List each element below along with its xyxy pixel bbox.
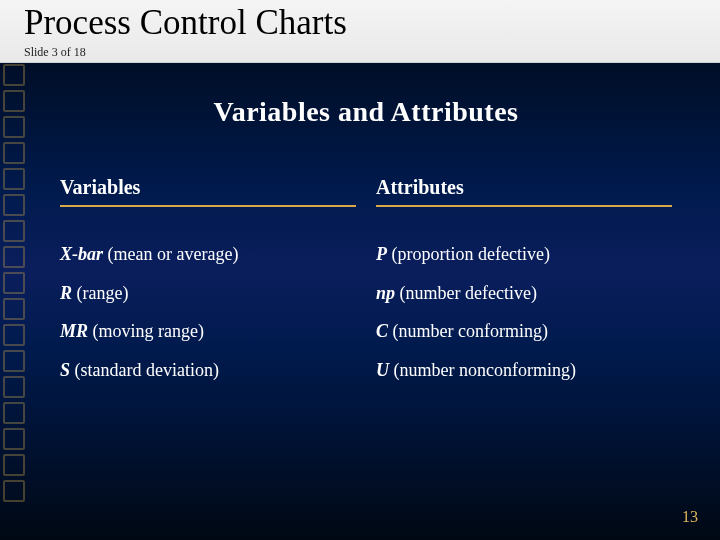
page-title: Process Control Charts [24,4,714,43]
column-heading-variables: Variables [60,176,356,207]
list-item: S (standard deviation) [60,359,356,382]
header-bar: Process Control Charts Slide 3 of 18 [0,0,720,63]
column-heading-attributes: Attributes [376,176,672,207]
list-item: np (number defective) [376,282,672,305]
list-item: MR (moving range) [60,320,356,343]
list-item: R (range) [60,282,356,305]
column-attributes: Attributes P (proportion defective) np (… [376,176,672,397]
list-item: P (proportion defective) [376,243,672,266]
slide-counter: Slide 3 of 18 [24,45,714,60]
column-variables: Variables X-bar (mean or average) R (ran… [60,176,356,397]
variables-list: X-bar (mean or average) R (range) MR (mo… [60,243,356,381]
list-item: U (number nonconforming) [376,359,672,382]
attributes-list: P (proportion defective) np (number defe… [376,243,672,381]
list-item: X-bar (mean or average) [60,243,356,266]
columns: Variables X-bar (mean or average) R (ran… [60,176,672,397]
slide-content: Variables and Attributes Variables X-bar… [0,60,720,540]
section-title: Variables and Attributes [60,96,672,128]
list-item: C (number conforming) [376,320,672,343]
